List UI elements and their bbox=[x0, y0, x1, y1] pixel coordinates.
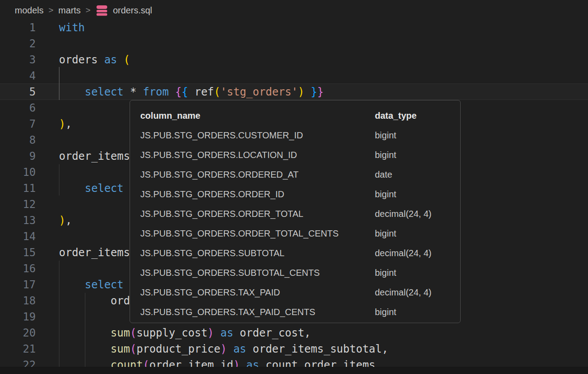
code-token: product_price bbox=[136, 343, 220, 355]
code-token: with bbox=[59, 21, 85, 34]
code-token: select bbox=[85, 86, 124, 98]
code-text: ), bbox=[59, 116, 72, 132]
line-number[interactable]: 1 bbox=[0, 20, 36, 36]
data-type-cell: bigint bbox=[375, 145, 460, 165]
line-number[interactable]: 16 bbox=[0, 261, 36, 277]
code-token: sum bbox=[111, 343, 130, 355]
code-token: order_items bbox=[59, 246, 130, 259]
line-number[interactable]: 9 bbox=[0, 148, 36, 164]
code-line[interactable]: 21 sum(product_price) as order_items_sub… bbox=[0, 341, 588, 357]
line-number[interactable]: 15 bbox=[0, 245, 36, 261]
code-token bbox=[304, 86, 311, 98]
code-token bbox=[59, 86, 85, 98]
line-number[interactable]: 6 bbox=[0, 100, 36, 116]
line-number[interactable]: 10 bbox=[0, 164, 36, 180]
code-text: sum(product_price) as order_items_subtot… bbox=[59, 341, 388, 357]
data-type-header: data_type bbox=[375, 106, 460, 125]
code-line[interactable]: 2 bbox=[0, 36, 588, 52]
hover-table-row: JS.PUB.STG_ORDERS.ORDER_IDbigint bbox=[140, 184, 460, 204]
bottom-panel-edge bbox=[0, 367, 588, 374]
line-number[interactable]: 21 bbox=[0, 341, 36, 357]
code-token: orders bbox=[59, 54, 104, 66]
data-type-cell: bigint bbox=[375, 125, 460, 145]
line-number[interactable]: 17 bbox=[0, 277, 36, 293]
column-name-cell: JS.PUB.STG_ORDERS.SUBTOTAL bbox=[140, 243, 375, 263]
data-type-cell: bigint bbox=[375, 224, 460, 243]
column-name-cell: JS.PUB.STG_ORDERS.TAX_PAID_CENTS bbox=[140, 302, 375, 322]
column-name-cell: JS.PUB.STG_ORDERS.ORDER_ID bbox=[140, 184, 375, 204]
data-type-cell: bigint bbox=[375, 263, 460, 283]
code-token: ( bbox=[124, 54, 130, 66]
code-token: ( bbox=[130, 327, 136, 339]
line-number[interactable]: 14 bbox=[0, 229, 36, 245]
code-token: sum bbox=[111, 327, 130, 339]
code-text: select * from {{ ref('stg_orders') }} bbox=[59, 84, 323, 100]
code-token: ) bbox=[220, 343, 227, 355]
column-name-cell: JS.PUB.STG_ORDERS.ORDER_TOTAL_CENTS bbox=[140, 224, 375, 243]
code-text: with bbox=[59, 20, 85, 36]
code-token: ord bbox=[59, 295, 130, 307]
code-token: as bbox=[104, 54, 117, 66]
column-metadata-popup: column_name data_type JS.PUB.STG_ORDERS.… bbox=[130, 100, 461, 323]
code-token: { bbox=[182, 86, 188, 98]
code-token: , bbox=[65, 214, 71, 227]
code-token bbox=[117, 54, 123, 66]
code-token: { bbox=[175, 86, 181, 98]
data-type-cell: bigint bbox=[375, 184, 460, 204]
code-token: order_items bbox=[59, 150, 130, 162]
editor-window: models > marts > orders.sql 1with23order… bbox=[0, 0, 588, 374]
line-number[interactable]: 2 bbox=[0, 36, 36, 52]
code-token: ( bbox=[214, 86, 220, 98]
code-token: ) bbox=[298, 86, 304, 98]
code-token bbox=[59, 182, 85, 195]
code-text: sum(supply_cost) as order_cost, bbox=[59, 325, 311, 341]
hover-table-row: JS.PUB.STG_ORDERS.TAX_PAID_CENTSbigint bbox=[140, 302, 460, 322]
line-number[interactable]: 11 bbox=[0, 180, 36, 196]
code-token: supply_cost bbox=[136, 327, 207, 339]
data-type-cell: bigint bbox=[375, 302, 460, 322]
code-line[interactable]: 20 sum(supply_cost) as order_cost, bbox=[0, 325, 588, 341]
hover-table-row: JS.PUB.STG_ORDERS.TAX_PAIDdecimal(24, 4) bbox=[140, 283, 460, 302]
line-number[interactable]: 7 bbox=[0, 116, 36, 132]
code-token: order_cost, bbox=[233, 327, 311, 339]
code-line[interactable]: 1with bbox=[0, 20, 588, 36]
code-token bbox=[169, 86, 175, 98]
line-number[interactable]: 3 bbox=[0, 52, 36, 68]
code-text: select bbox=[59, 180, 124, 196]
hover-table-row: JS.PUB.STG_ORDERS.CUSTOMER_IDbigint bbox=[140, 125, 460, 145]
code-token bbox=[59, 278, 85, 291]
code-token: as bbox=[233, 343, 246, 355]
code-line[interactable]: 3orders as ( bbox=[0, 52, 588, 68]
hover-table-row: JS.PUB.STG_ORDERS.SUBTOTALdecimal(24, 4) bbox=[140, 243, 460, 263]
code-line[interactable]: 5 select * from {{ ref('stg_orders') }} bbox=[0, 84, 588, 100]
line-number[interactable]: 13 bbox=[0, 212, 36, 229]
hover-table-rows: JS.PUB.STG_ORDERS.CUSTOMER_IDbigintJS.PU… bbox=[140, 125, 460, 322]
column-name-cell: JS.PUB.STG_ORDERS.TAX_PAID bbox=[140, 283, 375, 302]
column-name-header: column_name bbox=[140, 106, 375, 125]
code-token: from bbox=[143, 86, 169, 98]
code-token bbox=[227, 343, 233, 355]
code-token: select bbox=[85, 182, 124, 195]
code-token: order_items_subtotal, bbox=[246, 343, 388, 355]
hover-table-row: JS.PUB.STG_ORDERS.ORDER_TOTALdecimal(24,… bbox=[140, 204, 460, 224]
line-number[interactable]: 19 bbox=[0, 309, 36, 325]
hover-table-row: JS.PUB.STG_ORDERS.ORDER_TOTAL_CENTSbigin… bbox=[140, 224, 460, 243]
hover-table-header: column_name data_type bbox=[140, 106, 460, 125]
code-text: ord bbox=[59, 293, 130, 309]
code-token: } bbox=[317, 86, 323, 98]
data-type-cell: decimal(24, 4) bbox=[375, 204, 460, 224]
line-number[interactable]: 8 bbox=[0, 132, 36, 148]
line-number[interactable]: 4 bbox=[0, 68, 36, 84]
line-number[interactable]: 12 bbox=[0, 196, 36, 212]
code-token bbox=[214, 327, 220, 339]
code-line[interactable]: 4 bbox=[0, 68, 588, 84]
code-token: ref bbox=[194, 86, 214, 98]
data-type-cell: decimal(24, 4) bbox=[375, 283, 460, 302]
line-number[interactable]: 20 bbox=[0, 325, 36, 341]
line-number[interactable]: 18 bbox=[0, 293, 36, 309]
code-token: * bbox=[124, 86, 143, 98]
column-name-cell: JS.PUB.STG_ORDERS.ORDER_TOTAL bbox=[140, 204, 375, 224]
data-type-cell: date bbox=[375, 165, 460, 184]
code-token bbox=[188, 86, 194, 98]
line-number[interactable]: 5 bbox=[0, 84, 36, 100]
